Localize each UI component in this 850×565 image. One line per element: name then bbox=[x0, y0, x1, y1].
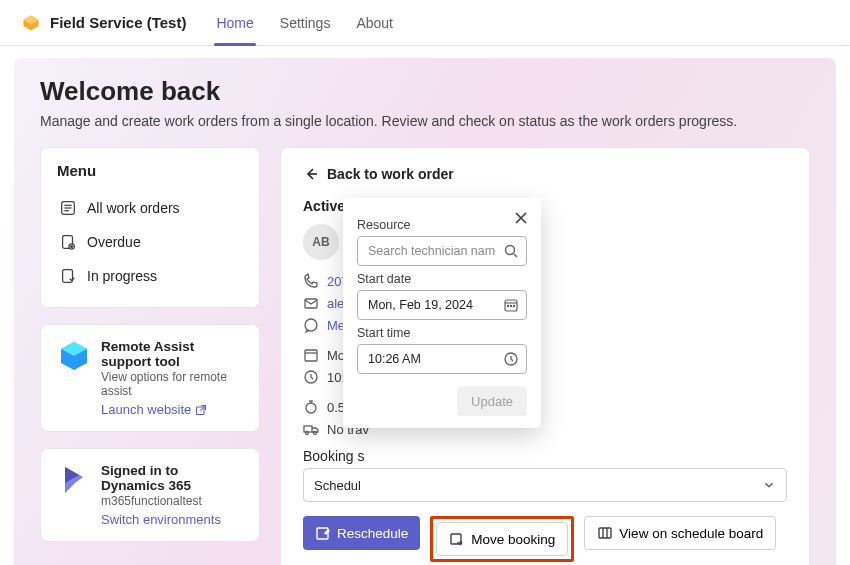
popup-close-button[interactable] bbox=[511, 208, 531, 228]
menu-title: Menu bbox=[57, 162, 243, 179]
svg-line-33 bbox=[514, 254, 517, 257]
remote-assist-title: Remote Assist support tool bbox=[101, 339, 243, 369]
svg-point-23 bbox=[306, 432, 309, 435]
move-booking-button[interactable]: Move booking bbox=[436, 522, 568, 556]
svg-point-32 bbox=[506, 246, 515, 255]
menu-item-overdue[interactable]: Overdue bbox=[57, 225, 243, 259]
resource-label: Resource bbox=[357, 218, 527, 232]
signed-in-title: Signed in to Dynamics 365 bbox=[101, 463, 243, 493]
start-date-label: Start date bbox=[357, 272, 527, 286]
tab-about[interactable]: About bbox=[348, 0, 401, 46]
search-icon bbox=[503, 243, 519, 259]
app-title: Field Service (Test) bbox=[50, 14, 186, 31]
top-bar: Field Service (Test) Home Settings About bbox=[0, 0, 850, 46]
phone-icon bbox=[303, 273, 319, 289]
view-on-schedule-board-button[interactable]: View on schedule board bbox=[584, 516, 776, 550]
open-link-icon bbox=[195, 404, 207, 416]
svg-point-19 bbox=[306, 403, 316, 413]
work-order-card: Back to work order Active booking AB Ale… bbox=[280, 147, 810, 565]
date-picker-icon[interactable] bbox=[503, 297, 519, 313]
mail-icon bbox=[303, 295, 319, 311]
signed-in-sub: m365functionaltest bbox=[101, 494, 243, 508]
move-booking-popup: Resource Start date Start time bbox=[343, 198, 541, 428]
main-panel: Welcome back Manage and create work orde… bbox=[14, 58, 836, 565]
page-title: Welcome back bbox=[40, 76, 810, 107]
svg-point-24 bbox=[314, 432, 317, 435]
svg-point-8 bbox=[71, 246, 73, 248]
menu-item-in-progress[interactable]: In progress bbox=[57, 259, 243, 293]
start-time-input[interactable] bbox=[357, 344, 527, 374]
booking-status-select[interactable]: Schedul bbox=[303, 468, 787, 502]
page-subtitle: Manage and create work orders from a sin… bbox=[40, 113, 810, 129]
menu-item-label: Overdue bbox=[87, 234, 141, 250]
dynamics-icon bbox=[57, 463, 91, 497]
close-icon bbox=[511, 208, 531, 228]
clipboard-alert-icon bbox=[59, 233, 77, 251]
svg-rect-16 bbox=[305, 350, 317, 361]
svg-point-38 bbox=[513, 305, 514, 306]
reschedule-button[interactable]: Reschedule bbox=[303, 516, 420, 550]
calendar-pen-icon bbox=[315, 525, 331, 541]
menu-card: Menu All work orders Overdue bbox=[40, 147, 260, 308]
tab-settings[interactable]: Settings bbox=[272, 0, 339, 46]
menu-item-label: All work orders bbox=[87, 200, 180, 216]
chevron-down-icon bbox=[762, 478, 776, 492]
welcome-block: Welcome back Manage and create work orde… bbox=[40, 76, 810, 129]
hexagon-icon bbox=[57, 339, 91, 373]
menu-item-label: In progress bbox=[87, 268, 157, 284]
svg-point-15 bbox=[305, 319, 317, 331]
move-booking-highlight: Move booking bbox=[430, 516, 574, 562]
app-logo-icon bbox=[22, 14, 40, 32]
booking-status-label: Booking s bbox=[303, 448, 787, 464]
truck-icon bbox=[303, 421, 319, 437]
stopwatch-icon bbox=[303, 399, 319, 415]
tab-home[interactable]: Home bbox=[208, 0, 261, 46]
time-picker-icon[interactable] bbox=[503, 351, 519, 367]
svg-rect-27 bbox=[599, 528, 611, 538]
signed-in-card: Signed in to Dynamics 365 m365functional… bbox=[40, 448, 260, 542]
update-button[interactable]: Update bbox=[457, 386, 527, 416]
avatar: AB bbox=[303, 224, 339, 260]
back-to-work-order-link[interactable]: Back to work order bbox=[303, 166, 787, 182]
remote-assist-sub: View options for remote assist bbox=[101, 370, 243, 398]
svg-point-36 bbox=[507, 305, 508, 306]
calendar-arrow-icon bbox=[449, 531, 465, 547]
start-date-input[interactable] bbox=[357, 290, 527, 320]
calendar-icon bbox=[303, 347, 319, 363]
start-time-label: Start time bbox=[357, 326, 527, 340]
board-icon bbox=[597, 525, 613, 541]
list-icon bbox=[59, 199, 77, 217]
remote-assist-card: Remote Assist support tool View options … bbox=[40, 324, 260, 432]
clock-icon bbox=[303, 369, 319, 385]
resource-search-input[interactable] bbox=[357, 236, 527, 266]
launch-website-link[interactable]: Launch website bbox=[101, 402, 207, 417]
clipboard-progress-icon bbox=[59, 267, 77, 285]
svg-point-37 bbox=[510, 305, 511, 306]
chat-icon bbox=[303, 317, 319, 333]
switch-environments-link[interactable]: Switch environments bbox=[101, 512, 221, 527]
menu-item-all-work-orders[interactable]: All work orders bbox=[57, 191, 243, 225]
arrow-left-icon bbox=[303, 166, 319, 182]
